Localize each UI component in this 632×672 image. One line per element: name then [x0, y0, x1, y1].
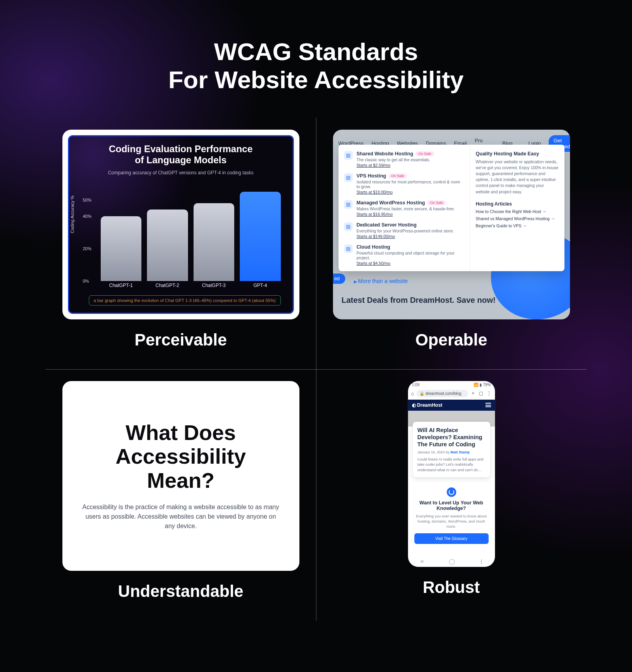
level-up-heading: Want to Level Up Your Web Knowledge? — [414, 500, 489, 511]
cell-operable: ed More than a website Latest Deals from… — [316, 118, 587, 369]
kebab-icon[interactable]: ⋮ — [486, 391, 492, 396]
hosting-option[interactable]: ▤Shared Website HostingOn SaleThe classi… — [344, 151, 465, 168]
mega-right-body: Whatever your website or application nee… — [476, 159, 559, 195]
article-link[interactable]: How to Choose the Right Web Host — [476, 209, 559, 214]
deals-heading: Latest Deals from DreamHost. Save now! — [342, 296, 561, 305]
new-tab-icon[interactable]: + — [470, 391, 476, 396]
chart-panel: Coding Evaluation Performance of Languag… — [68, 135, 294, 314]
bar-ChatGPT-1 — [101, 216, 142, 281]
hosting-icon: ▤ — [344, 151, 353, 160]
hosting-option[interactable]: ▤Dedicated Server HostingEverything for … — [344, 222, 465, 239]
x-label: ChatGPT-2 — [147, 283, 188, 288]
home-icon[interactable]: ⌂ — [411, 391, 414, 396]
article-card[interactable]: Will AI Replace Developers? Examining Th… — [413, 422, 490, 477]
browser-url-bar: ⌂ 🔒 dreamhost.com/blog + ▢ ⋮ — [411, 390, 492, 397]
status-bar: 1:09 📶 ▮ 79% — [408, 381, 495, 389]
chart-x-labels: ChatGPT-1ChatGPT-2ChatGPT-3GPT-4 — [97, 283, 281, 288]
chart-title: Coding Evaluation Performance of Languag… — [77, 143, 285, 166]
phone-mockup: 1:09 📶 ▮ 79% ⌂ 🔒 dreamhost.com/blog + ▢ … — [408, 381, 495, 567]
hosting-option[interactable]: ▤Managed WordPress HostingOn SaleMakes W… — [344, 200, 465, 217]
understandable-body: Accessibility is the practice of making … — [82, 502, 280, 531]
bar-ChatGPT-2 — [147, 210, 188, 281]
bar-ChatGPT-3 — [194, 203, 235, 281]
article-link[interactable]: Beginner's Guide to VPS — [476, 223, 559, 228]
level-up-cta-block: Want to Level Up Your Web Knowledge? Eve… — [414, 487, 489, 544]
chart-y-axis-label: Coding Accuracy % — [70, 196, 75, 233]
chart-card: Coding Evaluation Performance of Languag… — [62, 130, 299, 319]
truncated-cta-pill[interactable]: ed — [333, 274, 345, 284]
avatar-icon — [447, 487, 456, 497]
hamburger-icon[interactable] — [485, 403, 491, 407]
mega-menu-right: Quality Hosting Made Easy Whatever your … — [470, 145, 564, 271]
back-icon[interactable]: ⟨ — [480, 558, 482, 564]
hosting-mega-menu: ▤Shared Website HostingOn SaleThe classi… — [339, 145, 564, 271]
y-tick: 0% — [83, 279, 89, 283]
page-title: WCAG Standards For Website Accessibility — [0, 0, 632, 94]
hosting-icon: ▤ — [344, 173, 353, 182]
bar-GPT-4 — [240, 192, 281, 281]
x-label: ChatGPT-3 — [194, 283, 235, 288]
caption-perceivable: Perceivable — [135, 330, 227, 349]
status-battery: 📶 ▮ 79% — [474, 383, 491, 387]
understandable-heading: What Does Accessibility Mean? — [115, 421, 246, 492]
recents-icon[interactable]: ≡ — [420, 558, 423, 564]
chart-alt-text-box: a bar graph showing the evolution of Cha… — [89, 295, 281, 306]
status-time: 1:09 — [412, 383, 419, 387]
understandable-card: What Does Accessibility Mean? Accessibil… — [62, 381, 299, 571]
cell-perceivable: Coding Evaluation Performance of Languag… — [45, 118, 316, 369]
caption-robust: Robust — [423, 578, 480, 597]
articles-heading: Hosting Articles — [476, 201, 559, 207]
mega-menu-left: ▤Shared Website HostingOn SaleThe classi… — [339, 145, 470, 271]
x-label: GPT-4 — [240, 283, 281, 288]
cell-robust: 1:09 📶 ▮ 79% ⌂ 🔒 dreamhost.com/blog + ▢ … — [316, 369, 587, 621]
hosting-option[interactable]: ▤Cloud HostingPowerful cloud computing a… — [344, 244, 465, 266]
y-tick: 50% — [83, 198, 92, 202]
horizontal-divider — [45, 369, 587, 370]
title-line-1: WCAG Standards — [0, 38, 632, 66]
hosting-icon: ▤ — [344, 222, 353, 231]
four-up-grid: Coding Evaluation Performance of Languag… — [45, 118, 587, 621]
cell-understandable: What Does Accessibility Mean? Accessibil… — [45, 369, 316, 621]
operable-screenshot: ed More than a website Latest Deals from… — [333, 130, 570, 319]
site-header: ◐ DreamHost — [408, 400, 495, 411]
level-up-body: Everything you ever wanted to know about… — [414, 513, 489, 529]
article-title: Will AI Replace Developers? Examining Th… — [418, 427, 485, 448]
chart-subtitle: Comparing accuracy of ChatGPT versions a… — [77, 170, 285, 176]
tabs-icon[interactable]: ▢ — [478, 391, 484, 396]
more-than-link[interactable]: More than a website — [354, 278, 408, 284]
chart-bars — [97, 184, 281, 281]
article-meta: January 16, 2024 by Matt Stamp — [418, 450, 485, 454]
visit-glossary-button[interactable]: Visit The Glossary — [414, 533, 489, 544]
android-nav-bar: ≡ ◯ ⟨ — [408, 558, 495, 564]
home-nav-icon[interactable]: ◯ — [449, 558, 455, 564]
chart-plot-area: 0%20%40%50% — [97, 184, 281, 281]
brand-logo[interactable]: ◐ DreamHost — [412, 402, 442, 408]
y-tick: 20% — [83, 246, 92, 251]
caption-understandable: Understandable — [118, 582, 243, 601]
y-tick: 40% — [83, 214, 92, 219]
mega-right-heading: Quality Hosting Made Easy — [476, 151, 559, 157]
title-line-2: For Website Accessibility — [0, 66, 632, 94]
hosting-icon: ▤ — [344, 244, 353, 253]
article-link[interactable]: Shared vs Managed WordPress Hosting — [476, 216, 559, 221]
address-field[interactable]: 🔒 dreamhost.com/blog — [416, 390, 468, 397]
hosting-option[interactable]: ▤VPS HostingOn SaleIsolated resources fo… — [344, 173, 465, 194]
x-label: ChatGPT-1 — [101, 283, 142, 288]
article-excerpt: Could future AI really write full apps a… — [418, 457, 485, 472]
caption-operable: Operable — [415, 330, 487, 349]
hosting-icon: ▤ — [344, 200, 353, 209]
